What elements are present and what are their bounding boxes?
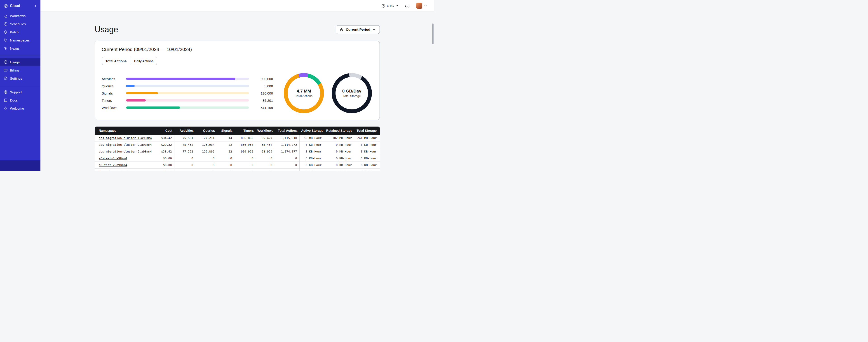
namespace-link[interactable]: bk-worker-test.a98mm4 bbox=[99, 170, 136, 171]
table-row: abs-migration-cluster-2.a98mm4 $29.32 75… bbox=[95, 141, 380, 148]
signals-cell: 22 bbox=[217, 148, 234, 155]
table-row: a0-test-2.a98mm4 $0.00 0 0 0 0 0 0 0 KB-… bbox=[95, 162, 380, 169]
total-storage-cell: 0 KB-Hour bbox=[354, 155, 380, 162]
namespace-cell: abs-migration-cluster-3.a98mm4 bbox=[95, 148, 154, 155]
sidebar-item-billing[interactable]: Billing bbox=[0, 66, 40, 74]
total-actions-cell: 1,174,077 bbox=[275, 148, 299, 155]
namespace-link[interactable]: a0-test-1.a98mm4 bbox=[99, 157, 127, 160]
tag-icon bbox=[4, 38, 8, 42]
sidebar-item-label: Billing bbox=[10, 68, 19, 72]
namespace-cell: abs-migration-cluster-2.a98mm4 bbox=[95, 141, 154, 148]
scrollbar-thumb[interactable] bbox=[432, 24, 434, 44]
total-storage-value: 0 GB/Day bbox=[342, 89, 361, 94]
workflows-bar bbox=[126, 106, 180, 109]
chevron-down-icon bbox=[424, 4, 427, 7]
column-header-total-storage: Total Storage bbox=[354, 127, 380, 135]
bar-label: Activities bbox=[102, 77, 123, 81]
retained-storage-cell: 182 MB-Hour bbox=[324, 135, 354, 141]
column-header-total-actions: Total Actions bbox=[275, 127, 299, 135]
signals-cell: 0 bbox=[217, 155, 234, 162]
sidebar-item-label: Namespaces bbox=[10, 38, 30, 42]
bar-row-workflows: Workflows 541,109 bbox=[102, 104, 273, 111]
sidebar-item-workflows[interactable]: Workflows bbox=[0, 12, 40, 20]
active-storage-cell: 0 KB-Hour bbox=[299, 155, 324, 162]
sidebar-item-docs[interactable]: Docs bbox=[0, 96, 40, 104]
cost-cell: $0.00 bbox=[154, 162, 174, 169]
sidebar-item-nexus[interactable]: Nexus bbox=[0, 44, 40, 52]
chevron-left-icon[interactable] bbox=[34, 4, 37, 8]
sidebar-item-label: Workflows bbox=[10, 14, 26, 18]
namespace-link[interactable]: a0-test-2.a98mm4 bbox=[99, 163, 127, 167]
sidebar-item-namespaces[interactable]: Namespaces bbox=[0, 36, 40, 44]
activities-bar-track bbox=[126, 78, 249, 80]
sidebar-nav-footer: Support Docs Welcome bbox=[0, 88, 40, 112]
retained-storage-cell: 0 KB-Hour bbox=[324, 169, 354, 171]
sidebar-item-label: Support bbox=[10, 90, 22, 94]
total-storage-cell: 0 KB-Hour bbox=[354, 148, 380, 155]
timers-cell: 0 bbox=[234, 155, 255, 162]
donut-center: 0 GB/Day Total Storage bbox=[336, 77, 368, 109]
account-menu[interactable] bbox=[416, 3, 427, 9]
sidebar-item-settings[interactable]: Settings bbox=[0, 74, 40, 82]
timers-bar-track bbox=[126, 99, 249, 102]
bar-row-signals: Signals 130,000 bbox=[102, 90, 273, 97]
timers-bar bbox=[126, 99, 146, 102]
activities-cell: 0 bbox=[174, 169, 195, 171]
tab-daily-actions[interactable]: Daily Actions bbox=[130, 57, 157, 65]
cost-cell: $38.42 bbox=[154, 148, 174, 155]
avatar bbox=[416, 3, 422, 9]
signals-cell: 22 bbox=[217, 141, 234, 148]
content-area: Usage Current Period Current Period (09/… bbox=[40, 12, 434, 171]
signals-cell: 14 bbox=[217, 135, 234, 141]
namespace-link[interactable]: abs-migration-cluster-1.a98mm4 bbox=[99, 136, 152, 140]
timezone-selector[interactable]: UTC bbox=[381, 4, 399, 8]
workflows-cell: 55,454 bbox=[255, 141, 275, 148]
sidebar-item-batch[interactable]: Batch bbox=[0, 28, 40, 36]
glasses-icon[interactable] bbox=[405, 3, 410, 8]
hand-wave-icon bbox=[4, 106, 8, 110]
bar-value: 5,000 bbox=[252, 84, 273, 88]
total-storage-cell: 0 KB-Hour bbox=[354, 162, 380, 169]
namespace-link[interactable]: abs-migration-cluster-3.a98mm4 bbox=[99, 150, 152, 153]
active-storage-cell: 59 MB-Hour bbox=[299, 135, 324, 141]
sidebar-footer bbox=[0, 161, 40, 171]
sidebar-item-label: Usage bbox=[10, 60, 20, 64]
column-header-retained-storage: Retained Storage bbox=[324, 127, 354, 135]
sidebar-item-label: Docs bbox=[10, 98, 18, 102]
page-title: Usage bbox=[95, 25, 118, 34]
sidebar-item-label: Schedules bbox=[10, 22, 26, 26]
workflows-cell: 58,939 bbox=[255, 148, 275, 155]
sidebar-item-usage[interactable]: Usage bbox=[0, 58, 40, 66]
active-storage-cell: 0 KB-Hour bbox=[299, 162, 324, 169]
namespace-link[interactable]: abs-migration-cluster-2.a98mm4 bbox=[99, 143, 152, 146]
total-actions-label: Total Actions bbox=[295, 94, 312, 98]
column-header-signals: Signals bbox=[217, 127, 234, 135]
workflows-cell: 55,427 bbox=[255, 135, 275, 141]
activities-cell: 77,332 bbox=[174, 148, 195, 155]
total-actions-donut: 4.7 MM Total Actions bbox=[284, 73, 324, 113]
sidebar-item-schedules[interactable]: Schedules bbox=[0, 20, 40, 28]
bar-label: Timers bbox=[102, 99, 123, 102]
namespace-usage-table-section: Namespace Cost Activities Queries Signal… bbox=[95, 127, 380, 171]
sidebar-nav-account: Usage Billing Settings bbox=[0, 58, 40, 82]
actions-bar-chart: Activities 900,000 Queries 5,000 Signals bbox=[102, 75, 273, 111]
column-header-workflows: Workflows bbox=[255, 127, 275, 135]
total-actions-cell: 0 bbox=[275, 155, 299, 162]
chevron-down-icon bbox=[372, 28, 376, 31]
table-row: bk-worker-test.a98mm4 $0.00 0 0 0 0 1 1 … bbox=[95, 169, 380, 171]
queries-cell: 126,984 bbox=[195, 141, 217, 148]
bar-value: 130,000 bbox=[252, 91, 273, 95]
sidebar-item-support[interactable]: Support bbox=[0, 88, 40, 96]
workflows-cell: 0 bbox=[255, 162, 275, 169]
workflows-icon bbox=[4, 14, 8, 18]
sidebar-item-welcome[interactable]: Welcome bbox=[0, 104, 40, 112]
sidebar-item-label: Settings bbox=[10, 76, 22, 80]
period-selector-button[interactable]: Current Period bbox=[336, 25, 380, 34]
active-storage-cell: 0 KB-Hour bbox=[299, 148, 324, 155]
activities-cell: 0 bbox=[174, 162, 195, 169]
bar-value: 85,201 bbox=[252, 99, 273, 102]
tab-total-actions[interactable]: Total Actions bbox=[102, 57, 130, 65]
column-header-activities: Activities bbox=[174, 127, 195, 135]
sidebar-brand-label: Cloud bbox=[10, 4, 20, 8]
app-window: Cloud Workflows Schedules Batch Namespac… bbox=[0, 0, 434, 171]
